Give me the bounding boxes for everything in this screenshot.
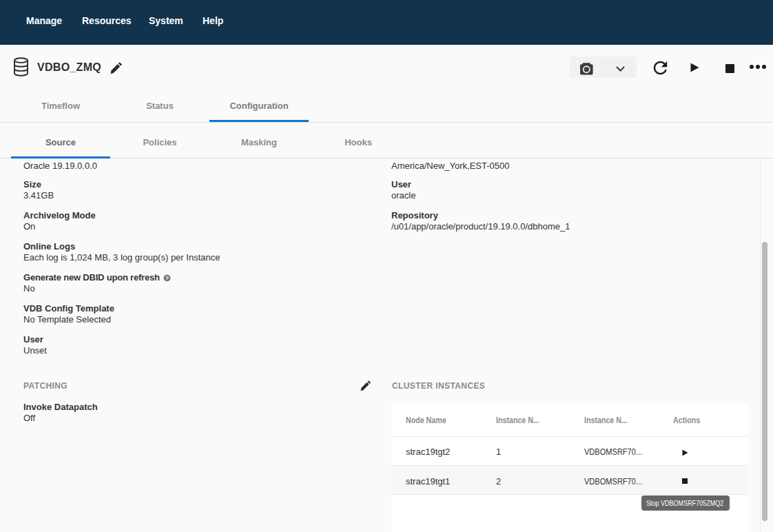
svg-text:?: ? [165,275,169,281]
